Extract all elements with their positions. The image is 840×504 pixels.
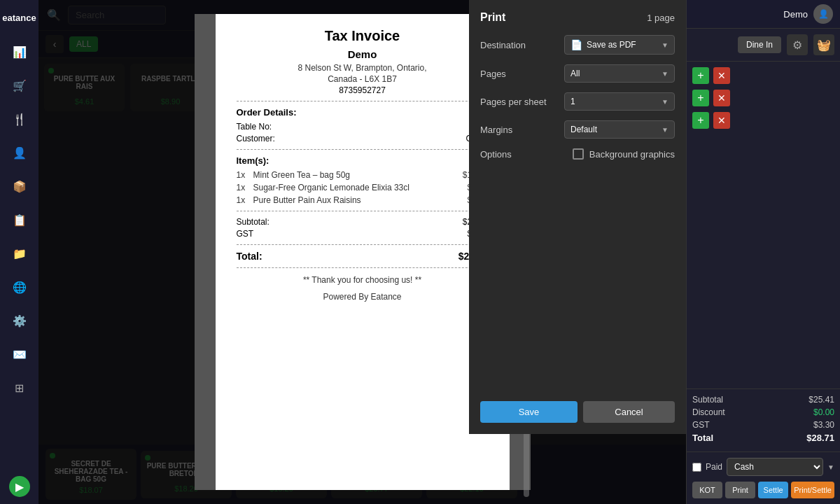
settle-button[interactable]: Settle [758,482,788,498]
item-row-2: 1x Pure Butter Pain Aux Raisins $4.61 [237,195,489,205]
pages-per-sheet-label: Pages per sheet [480,97,564,107]
options-label: Options [480,149,564,160]
chevron-down-icon: ▼ [662,70,668,78]
item-row-1: 1x Sugar-Free Organic Lemonade Elixia 33… [237,183,489,192]
background-graphics-checkbox[interactable] [573,148,584,160]
background-graphics-option[interactable]: Background graphics [573,148,675,160]
sidebar-item-play[interactable]: ▶ [9,476,30,497]
dine-in-button[interactable]: Dine In [738,36,781,53]
gst-row: GST $3.30 [237,229,489,239]
grand-total-row: Total: $28.71 [237,251,489,262]
invoice-container: Tax Invoice Demo 8 Nelson St W, Brampton… [216,14,510,490]
total-summary-row: Total $28.71 [692,433,834,443]
gst-label: GST [692,420,710,430]
customer-label: Customer: [237,134,275,144]
sidebar-item-menu[interactable]: 🍴 [9,108,30,130]
order-details-header: Order Details: [237,107,489,118]
sidebar-item-users[interactable]: 👤 [9,142,30,163]
remove-item-button[interactable]: ✕ [713,90,730,106]
sidebar-item-grid[interactable]: ⊞ [9,377,30,398]
add-item-button[interactable]: + [692,112,709,129]
table-no-label: Table No: [237,122,272,132]
add-item-button[interactable]: + [692,67,709,84]
subtotal-label: Subtotal: [237,217,270,227]
invoice-address: 8 Nelson St W, Brampton, Ontario, [237,63,489,73]
payment-dropdown-arrow: ▼ [827,463,834,471]
items-list: 1x Mint Green Tea – bag 50g $14.30 1x Su… [237,170,489,205]
subtotal-amount: $25.41 [808,395,834,405]
item-name: Sugar-Free Organic Lemonade Elixia 33cl [253,183,410,192]
action-buttons: KOT Print Settle Print/Settle [692,482,834,498]
payment-method-select[interactable]: Cash [727,458,823,476]
item-qty: 1x [237,170,249,180]
print-title: Print [480,11,505,24]
discount-amount: $0.00 [813,407,834,417]
paid-checkbox[interactable] [692,463,701,472]
sidebar-item-box2[interactable]: 📁 [9,243,30,264]
totals-section: Subtotal: $25.41 GST $3.30 [237,217,489,239]
table-no-row: Table No: 1 [237,122,489,132]
gst-label: GST [237,229,254,239]
pages-row: Pages All ▼ [480,64,675,83]
sidebar-item-cart[interactable]: 🛒 [9,75,30,96]
cancel-button[interactable]: Cancel [583,401,675,423]
pages-per-sheet-value: 1 [570,97,662,106]
print-settle-button[interactable]: Print/Settle [791,482,834,498]
divider-3 [237,211,489,211]
invoice-company: Demo [237,48,489,60]
invoice-footer1: ** Thank you for choosing us! ** [237,275,489,285]
page-count: 1 page [647,13,675,23]
item-qty: 1x [237,183,249,192]
chevron-down-icon: ▼ [662,126,668,134]
pages-per-sheet-row: Pages per sheet 1 ▼ [480,92,675,111]
subtotal-summary-row: Subtotal $25.41 [692,395,834,405]
invoice-phone: 8735952727 [237,85,489,95]
kot-button[interactable]: KOT [692,482,722,498]
chevron-down-icon: ▼ [662,41,668,49]
invoice-address2: Canada - L6X 1B7 [237,74,489,84]
sidebar-item-globe[interactable]: 🌐 [9,276,30,298]
subtotal-label: Subtotal [692,395,723,405]
destination-select[interactable]: 📄 Save as PDF ▼ [564,35,675,55]
sidebar-item-mail[interactable]: ✉️ [9,344,30,365]
pages-label: Pages [480,69,564,79]
app-logo: eatance [0,7,39,29]
print-actions: Save Cancel [480,401,675,423]
order-rows: + ✕ + ✕ + ✕ [687,62,840,388]
basket-icon-button[interactable]: 🧺 [813,34,834,55]
background-graphics-label: Background graphics [589,149,675,160]
pages-value: All [570,69,662,78]
order-row-0: + ✕ [692,67,834,84]
add-item-button[interactable]: + [692,90,709,106]
invoice-title: Tax Invoice [237,28,489,44]
pages-per-sheet-select[interactable]: 1 ▼ [564,92,675,111]
margins-select[interactable]: Default ▼ [564,120,675,139]
print-button[interactable]: Print [725,482,755,498]
paid-row: Paid Cash ▼ [692,458,834,476]
divider-2 [237,149,489,150]
sidebar-item-inventory[interactable]: 📦 [9,176,30,197]
tools-icon-button[interactable]: ⚙ [787,34,808,55]
margins-label: Margins [480,125,564,135]
invoice-footer2: Powered By Eatance [237,292,489,302]
grand-total-label: Total: [237,251,262,262]
divider-1 [237,101,489,102]
total-label: Total [692,433,713,443]
chevron-down-icon: ▼ [662,98,668,106]
sidebar-item-charts[interactable]: 📊 [9,41,30,62]
sidebar-item-reports[interactable]: 📋 [9,209,30,230]
divider-5 [237,267,489,268]
print-panel: Print 1 page Destination 📄 Save as PDF ▼… [469,0,686,434]
remove-item-button[interactable]: ✕ [713,67,730,84]
print-header: Print 1 page [480,11,675,24]
subtotal-row: Subtotal: $25.41 [237,217,489,227]
sidebar-item-settings[interactable]: ⚙️ [9,310,30,331]
order-row-2: + ✕ [692,112,834,129]
items-header: Item(s): [237,155,489,166]
remove-item-button[interactable]: ✕ [713,112,730,129]
order-summary: Subtotal $25.41 Discount $0.00 GST $3.30… [687,388,840,451]
pages-select[interactable]: All ▼ [564,64,675,83]
item-name: Mint Green Tea – bag 50g [253,170,351,180]
destination-row: Destination 📄 Save as PDF ▼ [480,35,675,55]
save-button[interactable]: Save [480,401,578,423]
